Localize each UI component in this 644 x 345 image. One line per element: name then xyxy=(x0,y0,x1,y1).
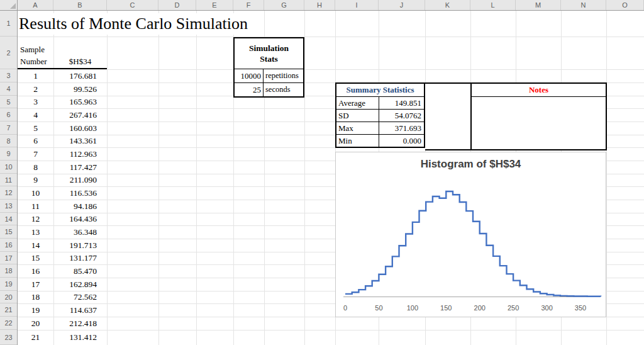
simulation-stats-box[interactable]: Simulation Stats 10000 repetitions 25 se… xyxy=(233,37,304,98)
sample-number-cell[interactable]: 11 xyxy=(18,201,53,212)
row-header-22[interactable]: 22 xyxy=(0,317,17,330)
sample-number-cell[interactable]: 15 xyxy=(18,253,53,263)
notes-body[interactable] xyxy=(472,97,606,149)
sample-row[interactable]: 19114.637 xyxy=(18,303,107,317)
sample-value-cell[interactable]: 117.427 xyxy=(53,162,107,172)
row-header-19[interactable]: 19 xyxy=(0,278,17,291)
row-header-14[interactable]: 14 xyxy=(0,213,17,225)
row-header-8[interactable]: 8 xyxy=(0,135,17,147)
sample-number-cell[interactable]: 20 xyxy=(18,319,53,329)
sample-row[interactable]: 12164.436 xyxy=(18,213,107,225)
row-header-3[interactable]: 3 xyxy=(0,69,17,82)
row-header-1[interactable]: 1 xyxy=(0,11,17,37)
sample-number-cell[interactable]: 10 xyxy=(18,188,53,198)
summary-row-min[interactable]: Min 0.000 xyxy=(336,134,424,147)
sample-row[interactable]: 14191.713 xyxy=(18,239,107,252)
sample-number-cell[interactable]: 9 xyxy=(18,175,53,185)
row-header-6[interactable]: 6 xyxy=(0,108,17,122)
column-header-F[interactable]: F xyxy=(233,0,264,10)
column-header-E[interactable]: E xyxy=(196,0,233,10)
summary-row-sd[interactable]: SD 54.0762 xyxy=(336,109,424,122)
sample-value-cell[interactable]: 160.603 xyxy=(53,123,107,133)
sample-value-cell[interactable]: 116.536 xyxy=(53,188,107,198)
row-header-15[interactable]: 15 xyxy=(0,225,17,239)
sample-number-cell[interactable]: 19 xyxy=(18,305,53,315)
sample-number-cell[interactable]: 4 xyxy=(18,110,53,120)
sample-row[interactable]: 1336.348 xyxy=(18,225,107,239)
column-header-B[interactable]: B xyxy=(53,0,107,10)
column-header-C[interactable]: C xyxy=(107,0,158,10)
sample-table-header[interactable]: Sample Number $H$34 xyxy=(18,37,107,69)
column-header-H[interactable]: H xyxy=(304,0,335,10)
sample-row[interactable]: 5160.603 xyxy=(18,122,107,135)
sample-value-cell[interactable]: 94.186 xyxy=(53,201,107,212)
row-header-2[interactable]: 2 xyxy=(0,37,17,69)
column-header-D[interactable]: D xyxy=(158,0,196,10)
sample-number-cell[interactable]: 5 xyxy=(18,123,53,133)
row-header-4[interactable]: 4 xyxy=(0,82,17,96)
sample-value-cell[interactable]: 165.963 xyxy=(53,97,107,107)
sample-row[interactable]: 299.526 xyxy=(18,82,107,96)
column-header-L[interactable]: L xyxy=(470,0,516,10)
sample-value-cell[interactable]: 143.361 xyxy=(53,136,107,146)
sample-value-cell[interactable]: 114.637 xyxy=(53,305,107,315)
summary-statistics-table[interactable]: Summary Statistics Average 149.851 SD 54… xyxy=(335,82,425,148)
sample-row[interactable]: 1176.681 xyxy=(18,69,107,82)
sample-number-cell[interactable]: 3 xyxy=(18,97,53,107)
summary-row-average[interactable]: Average 149.851 xyxy=(336,97,424,109)
row-header-16[interactable]: 16 xyxy=(0,239,17,252)
sample-value-cell[interactable]: 176.681 xyxy=(53,71,107,81)
sample-row[interactable]: 4267.416 xyxy=(18,108,107,122)
sample-value-cell[interactable]: 164.436 xyxy=(53,214,107,224)
row-header-13[interactable]: 13 xyxy=(0,200,17,213)
column-header-I[interactable]: I xyxy=(335,0,379,10)
sample-row[interactable]: 7112.963 xyxy=(18,147,107,161)
sample-value-cell[interactable]: 112.963 xyxy=(53,149,107,159)
sample-row[interactable]: 21131.412 xyxy=(18,330,107,345)
row-header-20[interactable]: 20 xyxy=(0,291,17,303)
row-header-9[interactable]: 9 xyxy=(0,147,17,161)
sample-number-cell[interactable]: 8 xyxy=(18,162,53,172)
sample-row[interactable]: 6143.361 xyxy=(18,135,107,147)
sample-number-cell[interactable]: 1 xyxy=(18,71,53,81)
sim-row-repetitions[interactable]: 10000 repetitions xyxy=(235,69,303,82)
summary-row-max[interactable]: Max 371.693 xyxy=(336,122,424,134)
row-header-18[interactable]: 18 xyxy=(0,264,17,278)
column-header-M[interactable]: M xyxy=(516,0,561,10)
sample-number-cell[interactable]: 12 xyxy=(18,214,53,224)
sample-row[interactable]: 10116.536 xyxy=(18,186,107,200)
notes-box[interactable]: Notes xyxy=(470,82,607,150)
row-header-7[interactable]: 7 xyxy=(0,122,17,135)
select-all-corner[interactable] xyxy=(0,0,18,10)
column-header-O[interactable]: O xyxy=(606,0,644,10)
sample-row[interactable]: 1872.562 xyxy=(18,291,107,303)
row-header-17[interactable]: 17 xyxy=(0,252,17,264)
sample-number-cell[interactable]: 17 xyxy=(18,280,53,290)
sample-value-cell[interactable]: 99.526 xyxy=(53,84,107,94)
row-header-5[interactable]: 5 xyxy=(0,96,17,108)
sample-value-cell[interactable]: 36.348 xyxy=(53,227,107,237)
row-header-12[interactable]: 12 xyxy=(0,186,17,200)
sample-number-cell[interactable]: 18 xyxy=(18,292,53,302)
row-header-10[interactable]: 10 xyxy=(0,161,17,174)
sample-row[interactable]: 17162.894 xyxy=(18,278,107,291)
sample-value-cell[interactable]: 267.416 xyxy=(53,110,107,120)
sample-row[interactable]: 9211.090 xyxy=(18,174,107,186)
sample-value-cell[interactable]: 131.177 xyxy=(53,253,107,263)
column-header-G[interactable]: G xyxy=(264,0,304,10)
sample-row[interactable]: 15131.177 xyxy=(18,252,107,264)
sample-number-cell[interactable]: 13 xyxy=(18,227,53,237)
sample-number-cell[interactable]: 6 xyxy=(18,136,53,146)
sample-row[interactable]: 1685.470 xyxy=(18,264,107,278)
sample-value-cell[interactable]: 131.412 xyxy=(53,332,107,342)
sample-number-cell[interactable]: 21 xyxy=(18,332,53,342)
sample-value-cell[interactable]: 212.418 xyxy=(53,319,107,329)
sample-row[interactable]: 3165.963 xyxy=(18,96,107,108)
sample-number-cell[interactable]: 7 xyxy=(18,149,53,159)
column-header-K[interactable]: K xyxy=(425,0,470,10)
column-header-A[interactable]: A xyxy=(18,0,53,10)
sample-value-cell[interactable]: 162.894 xyxy=(53,280,107,290)
sample-value-cell[interactable]: 191.713 xyxy=(53,240,107,251)
sim-row-seconds[interactable]: 25 seconds xyxy=(235,82,303,96)
sample-row[interactable]: 20212.418 xyxy=(18,317,107,330)
